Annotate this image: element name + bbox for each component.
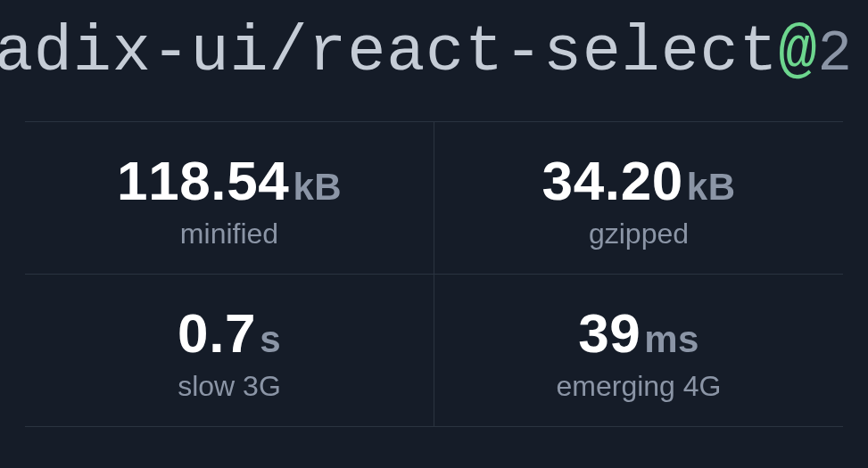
stat-value-wrapper: 0.7 s [178, 301, 281, 365]
stat-value-wrapper: 118.54 kB [117, 149, 342, 212]
stat-value-wrapper: 39 ms [578, 301, 699, 365]
gzipped-value: 34.20 [542, 149, 683, 212]
slow3g-label: slow 3G [178, 370, 281, 403]
stat-minified: 118.54 kB minified [25, 122, 434, 274]
stats-grid: 118.54 kB minified 34.20 kB gzipped 0.7 … [25, 121, 843, 427]
slow3g-unit: s [260, 318, 281, 361]
package-name: radix-ui/react-select [0, 16, 778, 89]
emerging4g-value: 39 [578, 301, 641, 365]
gzipped-unit: kB [687, 166, 736, 209]
minified-unit: kB [293, 166, 342, 209]
stat-value-wrapper: 34.20 kB [542, 149, 736, 212]
gzipped-label: gzipped [589, 218, 689, 250]
minified-label: minified [180, 218, 278, 250]
emerging4g-label: emerging 4G [557, 370, 722, 403]
slow3g-value: 0.7 [178, 301, 256, 365]
stats-row-size: 118.54 kB minified 34.20 kB gzipped [25, 122, 843, 275]
stat-emerging-4g: 39 ms emerging 4G [434, 275, 843, 426]
stat-slow-3g: 0.7 s slow 3G [25, 275, 434, 426]
minified-value: 118.54 [117, 149, 289, 212]
package-version: 2.2 [817, 22, 868, 86]
stat-gzipped: 34.20 kB gzipped [434, 122, 843, 274]
stats-row-time: 0.7 s slow 3G 39 ms emerging 4G [25, 275, 843, 427]
at-separator: @ [778, 16, 817, 89]
package-title: radix-ui/react-select@2.2 [0, 0, 868, 96]
emerging4g-unit: ms [644, 318, 699, 361]
